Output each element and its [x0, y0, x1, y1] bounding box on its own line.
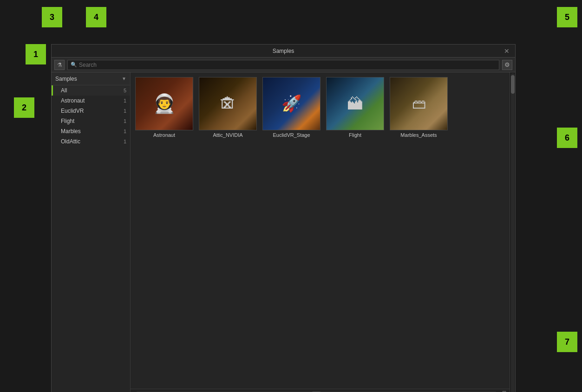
content-area: Astronaut Attic_NVIDIA EuclidVR_Stage [131, 72, 510, 392]
horizontal-scrollbar[interactable]: ⊞ [131, 389, 510, 392]
sidebar-item-astronaut-label: Astronaut [61, 97, 85, 104]
close-button[interactable]: ✕ [502, 46, 511, 56]
search-icon: 🔍 [71, 62, 77, 68]
grid-item-euclid-label: EuclidVR_Stage [273, 132, 310, 138]
grid-view-button[interactable]: ⊞ [500, 389, 508, 392]
sidebar-item-marbles-label: Marbles [61, 128, 81, 135]
grid-item-attic[interactable]: Attic_NVIDIA [199, 77, 257, 138]
badge-1: 1 [26, 44, 46, 64]
sidebar-item-flight-label: Flight [61, 118, 74, 124]
grid-item-astronaut-thumb [135, 77, 193, 130]
sidebar-item-astronaut-count: 1 [124, 98, 126, 103]
sidebar-item-marbles-count: 1 [124, 129, 126, 134]
window-title: Samples [273, 48, 294, 54]
sidebar-item-all-label: All [61, 87, 67, 94]
badge-7: 7 [557, 332, 577, 352]
grid-item-astronaut-label: Astronaut [153, 132, 175, 138]
sidebar-item-euclidvr-label: EuclidVR [61, 108, 84, 114]
window: Samples ✕ ⚗ 🔍 ⚙ [51, 44, 516, 392]
body-area: Samples ▼ All 5 Astronaut 1 Eu [52, 72, 515, 392]
v-scroll-track [511, 73, 515, 392]
grid-item-euclid-thumb [262, 77, 320, 130]
grid-item-attic-thumb [199, 77, 257, 130]
chevron-down-icon: ▼ [122, 76, 126, 81]
sidebar-item-flight-count: 1 [124, 118, 126, 124]
badge-5: 5 [557, 7, 577, 27]
badge-3: 3 [42, 7, 62, 27]
grid-item-flight-thumb [326, 77, 384, 130]
gear-icon: ⚙ [504, 61, 510, 68]
sidebar-item-oldattic-label: OldAttic [61, 138, 80, 145]
grid-item-marbles-thumb [390, 77, 448, 130]
title-bar: Samples ✕ [52, 45, 515, 58]
sidebar-items-list: All 5 Astronaut 1 EuclidVR 1 Flight [52, 85, 130, 392]
sidebar-header[interactable]: Samples ▼ [52, 72, 130, 85]
samples-window: Samples ✕ ⚗ 🔍 ⚙ [51, 44, 516, 392]
sidebar-item-all[interactable]: All 5 [52, 85, 130, 96]
sidebar: Samples ▼ All 5 Astronaut 1 Eu [52, 72, 131, 392]
grid-item-marbles[interactable]: Marbles_Assets [390, 77, 448, 138]
sidebar-item-all-count: 5 [124, 88, 126, 93]
settings-button[interactable]: ⚙ [502, 60, 512, 70]
grid-item-astronaut[interactable]: Astronaut [135, 77, 193, 138]
badge-4: 4 [86, 7, 106, 27]
sidebar-item-flight[interactable]: Flight 1 [52, 116, 130, 126]
v-scroll-thumb [511, 75, 515, 94]
search-input[interactable] [79, 62, 496, 68]
filter-button[interactable]: ⚗ [54, 60, 65, 70]
vertical-scrollbar[interactable] [510, 72, 515, 392]
filter-icon: ⚗ [57, 62, 62, 68]
sidebar-item-marbles[interactable]: Marbles 1 [52, 126, 130, 136]
outer-wrapper: 1 2 3 4 5 6 7 Samples ✕ ⚗ 🔍 ⚙ [0, 0, 582, 392]
badge-2: 2 [14, 97, 34, 118]
toolbar: ⚗ 🔍 ⚙ [52, 58, 515, 72]
grid-item-flight-label: Flight [349, 132, 361, 138]
grid-item-euclid[interactable]: EuclidVR_Stage [262, 77, 320, 138]
sidebar-item-oldattic[interactable]: OldAttic 1 [52, 136, 130, 147]
grid-item-marbles-label: Marbles_Assets [400, 132, 437, 138]
sidebar-item-euclidvr-count: 1 [124, 108, 126, 114]
sidebar-item-oldattic-count: 1 [124, 139, 126, 144]
sidebar-item-euclidvr[interactable]: EuclidVR 1 [52, 106, 130, 116]
grid-area: Astronaut Attic_NVIDIA EuclidVR_Stage [131, 72, 510, 389]
grid-item-attic-label: Attic_NVIDIA [213, 132, 242, 138]
badge-6: 6 [557, 128, 577, 148]
sidebar-header-label: Samples [55, 76, 77, 82]
search-wrapper: 🔍 [67, 60, 499, 70]
sidebar-item-astronaut[interactable]: Astronaut 1 [52, 96, 130, 106]
grid-item-flight[interactable]: Flight [326, 77, 384, 138]
